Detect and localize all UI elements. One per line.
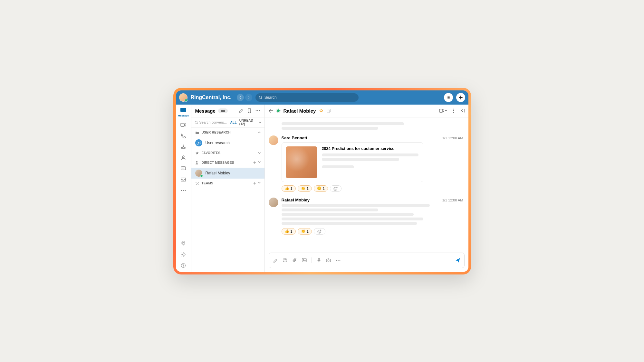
message-icon (180, 107, 187, 114)
emoji-plus-icon (317, 229, 322, 234)
presence-indicator (185, 99, 187, 102)
chat-more-button[interactable] (453, 108, 454, 113)
svg-point-27 (196, 161, 197, 162)
add-reaction-button[interactable] (330, 185, 341, 192)
svg-rect-13 (181, 167, 186, 170)
new-action-button[interactable] (456, 93, 465, 102)
add-reaction-button[interactable] (314, 228, 325, 235)
gif-button[interactable] (302, 258, 307, 263)
collapse-panel-button[interactable] (460, 109, 465, 113)
group-teams[interactable]: TEAMS (191, 179, 264, 188)
svg-point-45 (284, 259, 284, 260)
conversation-search[interactable]: Search conversation... (195, 120, 228, 124)
svg-point-44 (283, 258, 287, 262)
message-list[interactable]: Sara Bennett 1/1 12:00 AM 2024 Predictio… (265, 117, 468, 250)
send-button[interactable] (455, 258, 460, 263)
star-icon (195, 151, 200, 155)
more-horizontal-icon (336, 260, 341, 261)
svg-point-26 (198, 142, 199, 144)
composer-more-button[interactable] (336, 258, 341, 263)
nav-forward-button[interactable] (245, 94, 252, 101)
nav-rail: Message (176, 105, 191, 272)
svg-rect-33 (327, 110, 330, 113)
conv-user-research-team[interactable]: User research (191, 137, 264, 148)
rail-phone[interactable] (178, 133, 188, 139)
compose-button[interactable] (238, 108, 244, 114)
link-card[interactable]: 2024 Predictions for customer service (282, 142, 423, 182)
rail-contacts[interactable] (178, 154, 188, 161)
svg-point-31 (196, 184, 196, 184)
rail-help[interactable] (178, 262, 188, 269)
global-search[interactable]: Search (255, 93, 359, 102)
plus-icon (458, 95, 463, 100)
rail-settings[interactable] (178, 251, 188, 258)
plus-icon[interactable] (253, 161, 256, 164)
nav-back-button[interactable] (237, 94, 244, 101)
message-composer[interactable] (269, 253, 465, 268)
inbox-icon (180, 144, 187, 150)
record-video-button[interactable] (326, 258, 331, 263)
svg-point-17 (183, 254, 184, 255)
plus-icon[interactable] (253, 182, 256, 185)
dialpad-icon (447, 96, 450, 99)
collapse-icon (460, 109, 465, 113)
reaction-pill[interactable]: 😊1 (314, 185, 328, 192)
user-avatar (195, 170, 202, 177)
rail-text[interactable] (178, 165, 188, 172)
author-avatar[interactable] (269, 135, 278, 145)
svg-point-20 (255, 110, 256, 111)
copy-link-button[interactable] (327, 109, 331, 113)
svg-point-43 (320, 231, 320, 231)
filter-all[interactable]: ALL (230, 121, 237, 124)
svg-point-21 (257, 110, 258, 111)
start-video-button[interactable] (439, 109, 447, 113)
svg-point-12 (182, 156, 184, 158)
filter-unread[interactable]: UNREAD (12) (239, 119, 256, 126)
emoji-button[interactable] (283, 258, 288, 263)
dialpad-button[interactable] (444, 93, 453, 102)
more-vertical-icon (453, 108, 454, 113)
reaction-pill[interactable]: 👏1 (298, 228, 312, 235)
video-icon (180, 122, 187, 128)
formatting-button[interactable] (273, 258, 278, 263)
section-title: Message (195, 108, 216, 114)
reaction-pill[interactable]: 👏1 (298, 185, 312, 192)
rail-fax[interactable] (178, 144, 188, 150)
search-icon (195, 121, 198, 124)
svg-rect-50 (326, 259, 331, 262)
group-favorites[interactable]: FAVORITES (191, 148, 264, 158)
svg-point-3 (448, 96, 449, 97)
chevron-down-icon[interactable] (259, 122, 261, 123)
rail-more[interactable] (178, 187, 188, 194)
card-thumbnail (286, 146, 317, 178)
user-avatar[interactable] (179, 93, 187, 102)
pencil-icon (273, 258, 278, 263)
folder-icon (195, 131, 200, 134)
reaction-pill[interactable]: 👍1 (282, 228, 296, 235)
send-icon (455, 258, 460, 263)
author-name: Rafael Mobley (282, 198, 310, 202)
attach-button[interactable] (292, 258, 297, 263)
emoji-plus-icon (333, 186, 338, 191)
person-icon (195, 161, 200, 164)
more-button[interactable] (255, 108, 261, 114)
svg-point-19 (183, 266, 183, 266)
author-avatar[interactable] (269, 198, 278, 207)
conv-rafael-mobley[interactable]: Rafael Mobley (191, 168, 264, 179)
svg-point-35 (453, 109, 454, 110)
favorite-toggle[interactable] (319, 108, 323, 113)
folder-filter[interactable] (218, 108, 228, 113)
rail-video[interactable] (178, 122, 188, 128)
svg-point-41 (318, 230, 321, 233)
bookmark-button[interactable] (246, 108, 252, 114)
group-direct-messages[interactable]: DIRECT MESSAGES (191, 158, 264, 168)
record-audio-button[interactable] (316, 258, 322, 263)
rail-message[interactable]: Message (178, 107, 188, 117)
svg-point-29 (196, 182, 196, 183)
chat-back-button[interactable] (269, 109, 273, 113)
team-avatar (195, 139, 202, 146)
rail-voicemail[interactable] (178, 176, 188, 183)
group-user-research[interactable]: USER RESEARCH (191, 128, 264, 137)
rail-apps[interactable] (178, 240, 188, 247)
reaction-pill[interactable]: 👍1 (282, 185, 296, 192)
